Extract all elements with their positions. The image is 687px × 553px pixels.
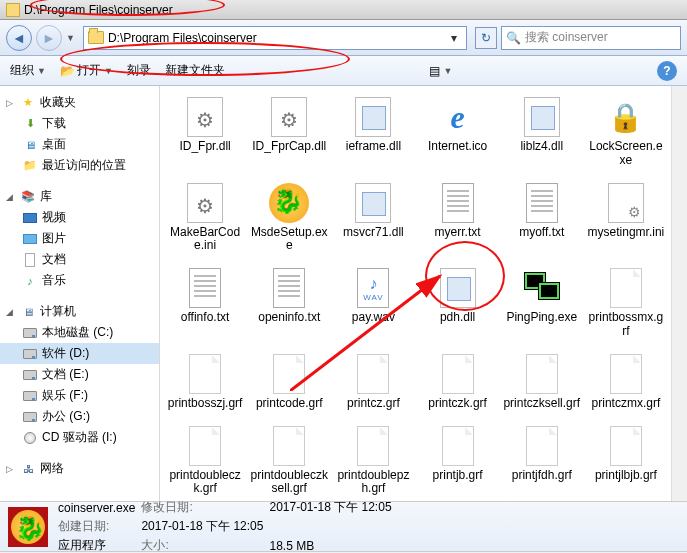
blank-icon	[184, 353, 226, 395]
file-item[interactable]: printcz.grf	[332, 351, 414, 413]
sidebar-item-pictures[interactable]: 图片	[0, 228, 159, 249]
sidebar-item-documents[interactable]: 文档	[0, 249, 159, 270]
search-placeholder: 搜索 coinserver	[525, 29, 608, 46]
window-title: D:\Program Files\coinserver	[24, 3, 173, 17]
file-name: ID_FprCap.dll	[252, 140, 326, 154]
file-item[interactable]: MakeBarCode.ini	[164, 180, 246, 256]
file-item[interactable]: printjfdh.grf	[501, 423, 583, 499]
ini-icon	[605, 182, 647, 224]
document-icon	[25, 253, 35, 267]
file-name: myerr.txt	[435, 226, 481, 240]
file-item[interactable]: ID_Fpr.dll	[164, 94, 246, 170]
file-name: openinfo.txt	[258, 311, 320, 325]
collapse-icon: ▷	[6, 98, 16, 108]
sidebar-item-drive-e[interactable]: 文档 (E:)	[0, 364, 159, 385]
file-item[interactable]: myoff.txt	[501, 180, 583, 256]
file-item[interactable]: PingPing.exe	[501, 265, 583, 341]
file-item[interactable]: myerr.txt	[416, 180, 498, 256]
file-item[interactable]: printczksell.grf	[501, 351, 583, 413]
file-name: MsdeSetup.exe	[250, 226, 328, 254]
file-list-pane[interactable]: ID_Fpr.dllID_FprCap.dllieframe.dlleInter…	[160, 86, 671, 501]
favorites-header[interactable]: ▷ ★ 收藏夹	[0, 92, 159, 113]
file-item[interactable]: eInternet.ico	[416, 94, 498, 170]
file-item[interactable]: printczk.grf	[416, 351, 498, 413]
file-name: mysetingmr.ini	[588, 226, 665, 240]
sidebar-item-desktop[interactable]: 🖥桌面	[0, 134, 159, 155]
folder-icon	[6, 3, 20, 17]
file-item[interactable]: ID_FprCap.dll	[248, 94, 330, 170]
file-item[interactable]: ♪WAVpay.wav	[332, 265, 414, 341]
file-name: printczmx.grf	[592, 397, 661, 411]
dll-icon	[437, 267, 479, 309]
sidebar-item-music[interactable]: ♪音乐	[0, 270, 159, 291]
sidebar-item-drive-f[interactable]: 娱乐 (F:)	[0, 385, 159, 406]
search-input[interactable]: 🔍 搜索 coinserver	[501, 26, 681, 50]
organize-menu[interactable]: 组织 ▼	[10, 62, 46, 79]
file-item[interactable]: printdoublepzh.grf	[332, 423, 414, 499]
file-name: LockScreen.exe	[587, 140, 665, 168]
file-item[interactable]: printbosszj.grf	[164, 351, 246, 413]
file-item[interactable]: printjb.grf	[416, 423, 498, 499]
file-item[interactable]: openinfo.txt	[248, 265, 330, 341]
file-item[interactable]: printdoubleczk.grf	[164, 423, 246, 499]
file-item[interactable]: ieframe.dll	[332, 94, 414, 170]
help-button[interactable]: ?	[657, 61, 677, 81]
sidebar-item-recent[interactable]: 📁最近访问的位置	[0, 155, 159, 176]
network-header[interactable]: ▷ 🖧 网络	[0, 458, 159, 479]
file-name: printdoubleczk.grf	[166, 469, 244, 497]
sidebar-item-drive-c[interactable]: 本地磁盘 (C:)	[0, 322, 159, 343]
address-bar[interactable]: D:\Program Files\coinserver ▾	[83, 26, 467, 50]
created-label: 创建日期:	[58, 518, 135, 535]
sidebar-item-drive-g[interactable]: 办公 (G:)	[0, 406, 159, 427]
file-item[interactable]: printbossmx.grf	[585, 265, 667, 341]
back-button[interactable]: ◄	[6, 25, 32, 51]
file-item[interactable]: offinfo.txt	[164, 265, 246, 341]
address-dropdown-icon[interactable]: ▾	[446, 31, 462, 45]
file-item[interactable]: liblz4.dll	[501, 94, 583, 170]
network-icon: 🖧	[20, 461, 36, 477]
sidebar-item-downloads[interactable]: ⬇下载	[0, 113, 159, 134]
refresh-button[interactable]: ↻	[475, 27, 497, 49]
file-item[interactable]: MsdeSetup.exe	[248, 180, 330, 256]
file-name: printbossmx.grf	[587, 311, 665, 339]
file-name: printjb.grf	[433, 469, 483, 483]
file-item[interactable]: printcode.grf	[248, 351, 330, 413]
file-item[interactable]: LockScreen.exe	[585, 94, 667, 170]
open-button[interactable]: 📂 打开 ▼	[60, 62, 113, 79]
file-item[interactable]: pdh.dll	[416, 265, 498, 341]
file-item[interactable]: printczmx.grf	[585, 351, 667, 413]
sidebar-item-drive-d[interactable]: 软件 (D:)	[0, 343, 159, 364]
download-icon: ⬇	[22, 116, 38, 132]
view-icon: ▤	[429, 64, 440, 78]
file-name: printcode.grf	[256, 397, 323, 411]
gear-icon	[184, 182, 226, 224]
burn-button[interactable]: 刻录	[127, 62, 151, 79]
computer-header[interactable]: ◢ 🖥 计算机	[0, 301, 159, 322]
collapse-icon: ◢	[6, 307, 16, 317]
file-name: printjfdh.grf	[512, 469, 572, 483]
collapse-icon: ◢	[6, 192, 16, 202]
sidebar-item-drive-i[interactable]: CD 驱动器 (I:)	[0, 427, 159, 448]
file-name: Internet.ico	[428, 140, 487, 154]
cd-icon	[24, 432, 36, 444]
selected-file-icon	[8, 507, 48, 547]
file-item[interactable]: printjlbjb.grf	[585, 423, 667, 499]
view-menu[interactable]: ▤ ▼	[429, 64, 452, 78]
selected-file-name: coinserver.exe	[58, 501, 135, 515]
vertical-scrollbar[interactable]	[671, 86, 687, 501]
computer-icon: 🖥	[20, 304, 36, 320]
file-name: myoff.txt	[519, 226, 564, 240]
forward-button[interactable]: ►	[36, 25, 62, 51]
blank-icon	[521, 425, 563, 467]
music-icon: ♪	[22, 273, 38, 289]
window-titlebar: D:\Program Files\coinserver	[0, 0, 687, 20]
file-item[interactable]: mysetingmr.ini	[585, 180, 667, 256]
history-dropdown-icon[interactable]: ▼	[66, 33, 75, 43]
new-folder-button[interactable]: 新建文件夹	[165, 62, 225, 79]
file-name: pdh.dll	[440, 311, 475, 325]
size-value: 18.5 MB	[269, 539, 391, 553]
sidebar-item-videos[interactable]: 视频	[0, 207, 159, 228]
file-item[interactable]: msvcr71.dll	[332, 180, 414, 256]
libraries-header[interactable]: ◢ 📚 库	[0, 186, 159, 207]
file-item[interactable]: printdoubleczksell.grf	[248, 423, 330, 499]
